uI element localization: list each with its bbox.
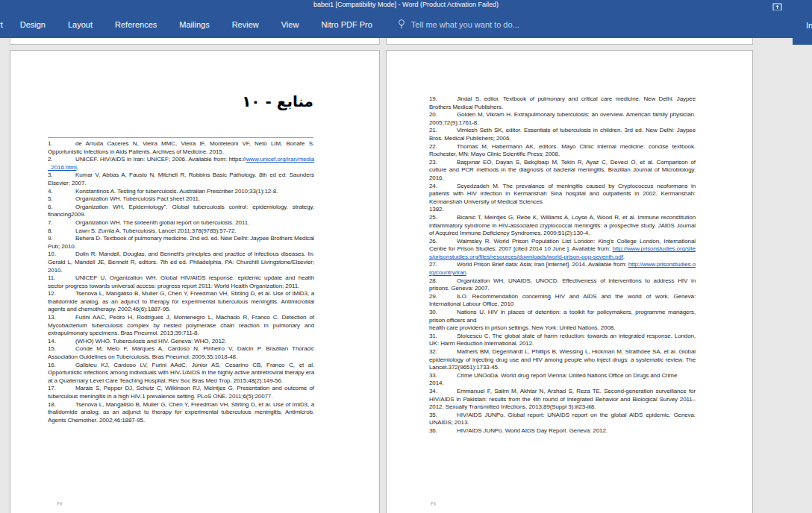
- reference-text: Bicanic T, Meintjes G, Rebe K, Williams …: [429, 214, 696, 236]
- reference-number: 5.: [48, 195, 75, 204]
- reference-number: 35.: [429, 412, 457, 420]
- tab-view[interactable]: View: [270, 20, 310, 29]
- reference-item: 27.World Prison Brief data: Asia; Iran […: [429, 261, 696, 277]
- reference-number: 8.: [48, 227, 75, 236]
- document-page-37[interactable]: ۱۰ - منابع 1.de Arruda Caceres N, Vieira…: [10, 50, 380, 513]
- reference-number: 31.: [429, 333, 457, 341]
- reference-item: 32.Mathers BM, Degenhardt L, Phillips B,…: [429, 348, 696, 372]
- reference-number: 28.: [429, 277, 457, 286]
- tab-layout[interactable]: Layout: [57, 20, 104, 29]
- reference-item: 35.HIV/AIDS JUNPo. Global report: UNAIDS…: [429, 412, 696, 427]
- reference-item: 14.(WHO) WHO. Tuberculosis and HIV. Gene…: [48, 338, 314, 346]
- reference-item: 13.Furini AAC, Pedro H, Rodrigues J, Mon…: [48, 314, 314, 338]
- reference-number: 23.: [429, 159, 457, 167]
- reference-text: UNICEF. HIV/AIDS in Iran: UNICEF; 2006. …: [75, 156, 246, 163]
- reference-number: 27.: [429, 261, 457, 269]
- reference-text: de Arruda Caceres N, Vieira MMC, Vieira …: [48, 140, 314, 155]
- reference-item: 2.UNICEF. HIV/AIDS in Iran: UNICEF; 2006…: [48, 156, 314, 171]
- reference-item: 33.Crime UNOoDa. World drug report Vienn…: [429, 372, 696, 388]
- reference-text: Seyedzadeh M. The prevalance of meningit…: [429, 183, 696, 205]
- reference-text: Dolin R. Mandell, Douglas, and Bennett's…: [48, 251, 314, 273]
- chapter-heading-references: ۱۰ - منابع: [242, 92, 313, 110]
- reference-text: Jindal S, editor. Textbook of pulmonary …: [429, 95, 696, 110]
- reference-item: 28.Organization WH, UNAIDS, UNOCD. Effec…: [429, 277, 696, 293]
- tab-review[interactable]: Review: [221, 20, 270, 29]
- reference-text: UNICEF U, Organization WH. Global HIV/AI…: [48, 274, 314, 289]
- reference-text: .: [77, 164, 78, 171]
- reference-number: 33.: [429, 372, 457, 380]
- tab-insert-partial[interactable]: rt: [0, 20, 9, 29]
- reference-number: 32.: [429, 348, 457, 356]
- reference-text: .: [623, 254, 625, 260]
- page-number: ٣٧: [57, 501, 63, 507]
- reference-number: 19.: [429, 95, 457, 104]
- word-application-window: babei1 [Compatibility Mode] - Word (Prod…: [0, 0, 812, 513]
- reference-text: Behera D. Textbook of pulmonary medicine…: [48, 235, 314, 250]
- reference-item: 20.Golden M, Vikram H. Extrapulmonary tu…: [429, 111, 696, 127]
- reference-text: Kumar V, Abbas A, Fausto N, Mitchell R. …: [48, 171, 314, 186]
- reference-item: 12.Tsenova L, Mangaliso B, Muller G, Che…: [48, 290, 314, 314]
- reference-item: 17.Marais S, Pepper DJ, Schutz C, Wilkin…: [48, 385, 314, 400]
- reference-text: Nations U. HIV in places of detention: a…: [429, 309, 696, 324]
- ribbon-tab-bar: rt Design Layout References Mailings Rev…: [0, 10, 812, 38]
- reference-item: 25.Bicanic T, Meintjes G, Rebe K, Willia…: [429, 214, 696, 238]
- reference-text: Organization WH. Tuberculosis Fact sheet…: [75, 195, 200, 202]
- reference-text: (WHO) WHO. Tuberculosis and HIV. Geneva:…: [75, 338, 226, 344]
- reference-text: Golden M, Vikram H. Extrapulmonary tuber…: [429, 111, 696, 126]
- reference-item: 18.Tsenova L, Mangalisio B, Muller G, Ch…: [48, 401, 314, 425]
- reference-number: 10.: [48, 251, 75, 259]
- reference-text: 2014.: [429, 380, 444, 386]
- heading-rule: [48, 137, 313, 138]
- reference-text: Tsenova L, Mangalisio B, Muller G, Chen …: [48, 401, 314, 424]
- tab-references[interactable]: References: [104, 20, 168, 29]
- clipped-right-text: In: [806, 21, 812, 31]
- tab-design[interactable]: Design: [9, 20, 57, 29]
- reference-number: 21.: [429, 127, 457, 135]
- reference-number: 24.: [429, 183, 457, 191]
- reference-number: 11.: [48, 274, 75, 283]
- reference-item: 22.Thomas M, Habermann AK, editors. Mayo…: [429, 143, 696, 159]
- reference-item: 11.UNICEF U, Organization WH. Global HIV…: [48, 274, 314, 290]
- reference-item: 5.Organization WH. Tuberculosis Fact she…: [48, 195, 314, 204]
- reference-number: 2.: [48, 156, 75, 164]
- tab-mailings[interactable]: Mailings: [168, 20, 220, 29]
- reference-item: 24.Seyedzadeh M. The prevalance of menin…: [429, 183, 696, 214]
- tell-me-box[interactable]: Tell me what you want to do...: [397, 19, 519, 31]
- reference-item: 29.ILO. Recommendation concerning HIV an…: [429, 293, 696, 309]
- lightbulb-icon: [397, 19, 406, 31]
- reference-text: Organization WH. The sixteenth global re…: [75, 219, 249, 226]
- reference-text: HIV/AIDS JUNPo. World AIDS Day Report. G…: [457, 427, 608, 434]
- tab-nitro-pdf-pro[interactable]: Nitro PDF Pro: [310, 20, 383, 29]
- reference-text: ILO. Recommendation concerning HIV and A…: [429, 293, 696, 308]
- reference-number: 36.: [429, 427, 457, 435]
- reference-number: 15.: [48, 345, 75, 353]
- reference-text: Organization WH. Epidemiology''. Global …: [48, 204, 314, 218]
- reference-text: Konstantinos A. Testing for tuberculosis…: [75, 188, 278, 195]
- reference-number: 20.: [429, 111, 457, 119]
- reference-number: 30.: [429, 309, 457, 317]
- ribbon-display-options-icon[interactable]: [772, 1, 782, 9]
- reference-number: 34.: [429, 388, 457, 396]
- reference-text: Vimlesh Seth SK, editor. Essentials of t…: [429, 127, 696, 142]
- reference-item: 15.Conde M, Melo F, Marques A, Cardoso N…: [48, 345, 314, 361]
- reference-number: 12.: [48, 290, 75, 298]
- reference-item: 23.Başpınar EÖ, Dayan S, Bekçibaşı M, Te…: [429, 159, 696, 183]
- reference-number: 17.: [48, 385, 75, 393]
- reference-text: Thomas M, Habermann AK, editors. Mayo Cl…: [429, 143, 696, 158]
- reference-text: Crime UNOoDa. World drug report Vienna: …: [457, 372, 677, 379]
- reference-item: 8.Lawn S, Zumla A. Tuberculosis. Lancet …: [48, 227, 314, 236]
- reference-number: 26.: [429, 238, 457, 246]
- references-list-page-37: 1.de Arruda Caceres N, Vieira MMC, Vieir…: [48, 140, 314, 424]
- reference-text: Mathers BM, Degenhardt L, Phillips B, Wi…: [429, 348, 696, 371]
- reference-item: 1.de Arruda Caceres N, Vieira MMC, Vieir…: [48, 140, 314, 156]
- references-list-page-38: 19.Jindal S, editor. Textbook of pulmona…: [429, 95, 696, 435]
- page-bottom-remnant-right: [386, 38, 753, 45]
- title-bar: babei1 [Compatibility Mode] - Word (Prod…: [0, 0, 812, 10]
- reference-item: 21.Vimlesh Seth SK, editor. Essentials o…: [429, 127, 696, 142]
- reference-number: 14.: [48, 338, 75, 346]
- reference-item: 9.Behera D. Textbook of pulmonary medici…: [48, 235, 314, 251]
- reference-item: 31.Stoicescu C. The global state of harm…: [429, 333, 696, 348]
- document-page-38[interactable]: 19.Jindal S, editor. Textbook of pulmona…: [386, 50, 753, 513]
- reference-item: 30.Nations U. HIV in places of detention…: [429, 309, 696, 333]
- reference-item: 19.Jindal S, editor. Textbook of pulmona…: [429, 95, 696, 111]
